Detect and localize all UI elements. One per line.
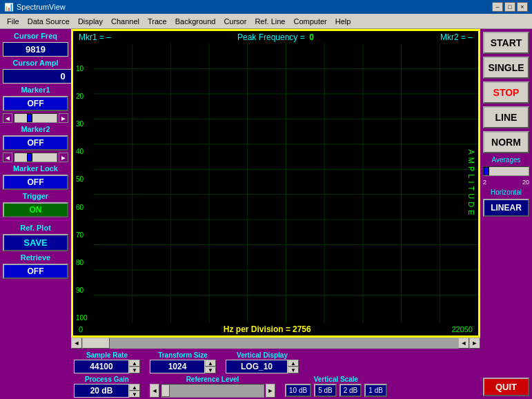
process-gain-input[interactable]	[74, 384, 129, 398]
process-gain-label: Process Gain	[74, 376, 140, 383]
maximize-button[interactable]: □	[504, 2, 515, 12]
spectrum-area: Mkr1 = – Peak Frequency = 0 Mkr2 = – 10 …	[71, 29, 480, 338]
mkr1-display: Mkr1 = –	[79, 32, 111, 42]
mkr2-display: Mkr2 = –	[440, 32, 473, 42]
scroll-right-button2[interactable]: ►	[469, 338, 480, 349]
menu-background[interactable]: Background	[171, 16, 220, 27]
ref-plot-label: Ref. Plot	[3, 224, 68, 232]
process-gain-up[interactable]: ▲	[129, 384, 140, 391]
save-button[interactable]: SAVE	[3, 234, 68, 251]
sample-rate-up[interactable]: ▲	[129, 360, 140, 367]
reference-level-group: Reference Level ◄ ►	[150, 376, 275, 398]
vertical-scale-label: Vertical Scale	[285, 376, 387, 383]
vertical-display-spinner: ▲ ▼	[288, 360, 299, 373]
scroll-right-button1[interactable]: ◄	[458, 338, 469, 349]
marker-lock-button[interactable]: OFF	[3, 175, 68, 190]
scale-1db-button[interactable]: 1 dB	[364, 384, 387, 397]
x-start: 0	[79, 325, 83, 333]
marker2-button[interactable]: OFF	[3, 135, 68, 150]
averages-slider-thumb[interactable]	[484, 167, 489, 175]
marker1-slider-track[interactable]	[14, 113, 57, 123]
avg-min: 2	[483, 179, 486, 186]
vertical-display-input[interactable]	[226, 360, 288, 373]
scale-2db-button[interactable]: 2 dB	[339, 384, 362, 397]
scroll-thumb[interactable]	[82, 338, 110, 349]
bottom-row2: Process Gain ▲ ▼ Reference Level ◄	[74, 376, 477, 398]
sample-rate-group: Sample Rate ▲ ▼	[74, 351, 140, 373]
vertical-display-label: Vertical Display	[226, 351, 299, 359]
main-area: Cursor Freq Cursor Ampl Marker1 OFF ◄ ► …	[0, 29, 532, 399]
transform-size-label: Transform Size	[150, 351, 216, 359]
menu-help[interactable]: Help	[331, 16, 355, 27]
title-bar: 📊 SpectrumView – □ ×	[0, 0, 532, 14]
retrieve-button[interactable]: OFF	[3, 264, 68, 279]
transform-size-up[interactable]: ▲	[205, 360, 216, 367]
scroll-track[interactable]	[82, 338, 458, 349]
vertical-display-group: Vertical Display ▲ ▼	[226, 351, 299, 373]
close-button[interactable]: ×	[517, 2, 528, 12]
spacer	[483, 220, 529, 375]
avg-max: 20	[522, 179, 529, 186]
transform-size-down[interactable]: ▼	[205, 367, 216, 373]
spectrum-plot: 10 20 30 40 50 60 70 80 90 100	[73, 43, 478, 323]
scale-10db-button[interactable]: 10 dB	[285, 384, 311, 397]
menu-display[interactable]: Display	[74, 16, 107, 27]
vertical-display-down[interactable]: ▼	[288, 367, 299, 373]
quit-button[interactable]: QUIT	[483, 378, 529, 396]
menu-channel[interactable]: Channel	[107, 16, 144, 27]
single-button[interactable]: SINGLE	[483, 57, 529, 79]
sample-rate-input[interactable]	[74, 360, 129, 373]
transform-size-input-row: ▲ ▼	[150, 360, 216, 373]
ref-level-slider-track[interactable]	[161, 384, 264, 398]
marker-lock-label: Marker Lock	[3, 164, 68, 173]
marker2-label: Marker2	[3, 125, 68, 133]
menu-data-source[interactable]: Data Source	[23, 16, 74, 27]
hz-value: 2756	[293, 324, 311, 334]
linear-button[interactable]: LINEAR	[483, 199, 529, 217]
line-button[interactable]: LINE	[483, 106, 529, 128]
trigger-button[interactable]: ON	[3, 202, 68, 217]
plot-canvas	[94, 43, 478, 323]
start-button[interactable]: START	[483, 32, 529, 54]
ref-level-slider-thumb[interactable]	[161, 385, 170, 397]
minimize-button[interactable]: –	[492, 2, 503, 12]
x-end: 22050	[451, 325, 473, 333]
menu-cursor[interactable]: Cursor	[219, 16, 250, 27]
averages-slider[interactable]	[483, 166, 529, 176]
marker1-button[interactable]: OFF	[3, 96, 68, 111]
menu-file[interactable]: File	[3, 16, 23, 27]
scroll-left-button[interactable]: ◄	[71, 338, 82, 349]
bottom-panel: Sample Rate ▲ ▼ Transform Size	[71, 349, 480, 399]
ref-level-slider-left[interactable]: ◄	[150, 384, 159, 398]
cursor-ampl-row	[3, 69, 68, 84]
stop-button[interactable]: STOP	[483, 81, 529, 104]
amplitude-label: AMPLITUDE	[467, 149, 475, 217]
marker1-slider-left[interactable]: ◄	[3, 113, 12, 123]
menubar: File Data Source Display Channel Trace B…	[0, 14, 532, 29]
norm-button[interactable]: NORM	[483, 131, 529, 153]
menu-computer[interactable]: Computer	[289, 16, 331, 27]
reference-level-row: ◄ ►	[150, 384, 275, 398]
vertical-display-input-row: ▲ ▼	[226, 360, 299, 373]
marker2-slider-track[interactable]	[14, 153, 57, 162]
process-gain-down[interactable]: ▼	[129, 391, 140, 398]
process-gain-spinner: ▲ ▼	[129, 384, 140, 398]
peak-freq-value: 0	[309, 32, 314, 42]
horizontal-scrollbar[interactable]: ◄ ◄ ►	[71, 338, 480, 349]
transform-size-input[interactable]	[150, 360, 205, 373]
menu-ref-line[interactable]: Ref. Line	[250, 16, 289, 27]
marker1-slider-right[interactable]: ►	[59, 113, 68, 123]
title-bar-left: 📊 SpectrumView	[4, 3, 66, 12]
ref-level-slider-right[interactable]: ►	[266, 384, 275, 398]
scale-5db-button[interactable]: 5 dB	[314, 384, 337, 397]
sample-rate-down[interactable]: ▼	[129, 367, 140, 373]
vert-scale-row: 10 dB 5 dB 2 dB 1 dB	[285, 384, 387, 397]
marker2-slider-left[interactable]: ◄	[3, 153, 12, 162]
vertical-display-up[interactable]: ▲	[288, 360, 299, 367]
cursor-freq-input[interactable]	[3, 42, 68, 57]
marker2-slider-right[interactable]: ►	[59, 153, 68, 162]
menu-trace[interactable]: Trace	[144, 16, 171, 27]
retrieve-label: Retrieve	[3, 253, 68, 262]
app-title: SpectrumView	[17, 3, 66, 11]
hz-per-div: Hz per Division = 2756	[224, 324, 311, 334]
